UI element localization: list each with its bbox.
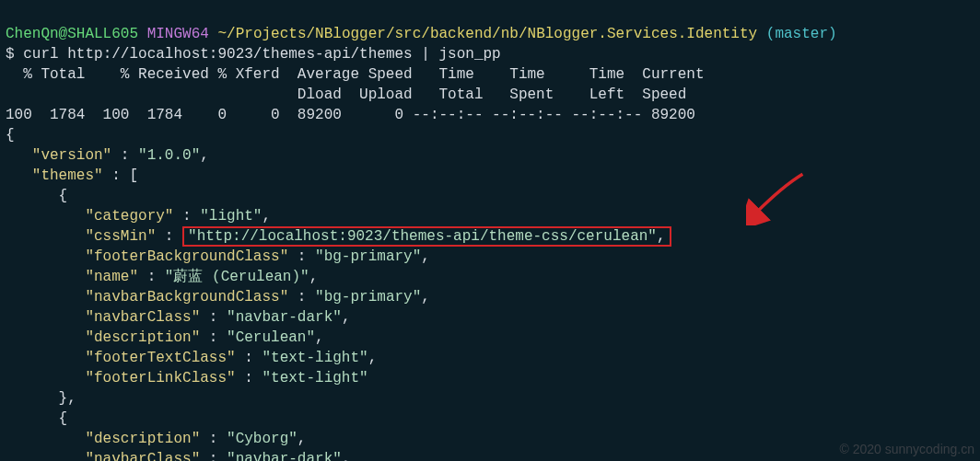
json-val-footertext: "text-light" [262, 350, 368, 366]
json-object-open: { [6, 188, 67, 204]
json-val-version: "1.0.0" [138, 147, 200, 164]
json-comma: , [200, 147, 209, 164]
json-key-description: "description" [6, 329, 200, 346]
json-sep: : [111, 147, 138, 164]
json-key-footertext: "footerTextClass" [6, 350, 236, 366]
prompt-env: MINGW64 [147, 26, 209, 42]
json-open-brace: { [6, 127, 15, 144]
json-key-navbarclass2: "navbarClass" [6, 451, 200, 461]
json-key-navbarbg: "navbarBackgroundClass" [6, 289, 288, 305]
json-val-cssmin: "http://localhost:9023/themes-api/theme-… [188, 228, 657, 245]
json-val-navbarclass: "navbar-dark" [227, 309, 342, 326]
json-val-navbarbg: "bg-primary" [315, 289, 421, 305]
json-key-name: "name" [6, 269, 138, 285]
json-val-category: "light" [200, 208, 262, 225]
json-val-description2: "Cyborg" [227, 431, 298, 447]
json-key-category: "category" [6, 208, 173, 225]
curl-header-1: % Total % Received % Xferd Average Speed… [6, 66, 705, 83]
prompt-symbol: $ [6, 46, 15, 63]
json-object2-open: { [6, 410, 67, 427]
json-val-footerlink: "text-light" [262, 370, 368, 386]
json-key-themes: "themes" [6, 167, 103, 184]
json-key-description2: "description" [6, 431, 200, 447]
json-key-navbarclass: "navbarClass" [6, 309, 200, 326]
json-val-name: "蔚蓝 (Cerulean)" [165, 269, 309, 285]
prompt-user: ChenQn@SHALL605 [6, 26, 138, 42]
curl-header-2: Dload Upload Total Spent Left Speed [6, 86, 686, 103]
json-sep: : [ [103, 167, 138, 184]
copyright-watermark: © 2020 sunnycoding.cn [839, 439, 974, 459]
highlighted-url-box: "http://localhost:9023/themes-api/theme-… [182, 226, 671, 247]
curl-stats: 100 1784 100 1784 0 0 89200 0 --:--:-- -… [6, 107, 695, 123]
prompt-command: curl http://localhost:9023/themes-api/th… [23, 46, 500, 63]
json-val-footerbg: "bg-primary" [315, 248, 421, 265]
prompt-path: ~/Projects/NBlogger/src/backend/nb/NBlog… [217, 26, 757, 42]
json-object-close: }, [6, 390, 76, 407]
json-val-navbarclass2: "navbar-dark" [227, 451, 342, 461]
json-key-footerlink: "footerLinkClass" [6, 370, 236, 386]
json-key-footerbg: "footerBackgroundClass" [6, 248, 288, 265]
json-val-description: "Cerulean" [227, 329, 315, 346]
terminal-output[interactable]: ChenQn@SHALL605 MINGW64 ~/Projects/NBlog… [0, 0, 980, 461]
prompt-branch: (master) [766, 26, 837, 42]
json-key-version: "version" [6, 147, 111, 164]
json-key-cssmin: "cssMin" [6, 228, 156, 245]
